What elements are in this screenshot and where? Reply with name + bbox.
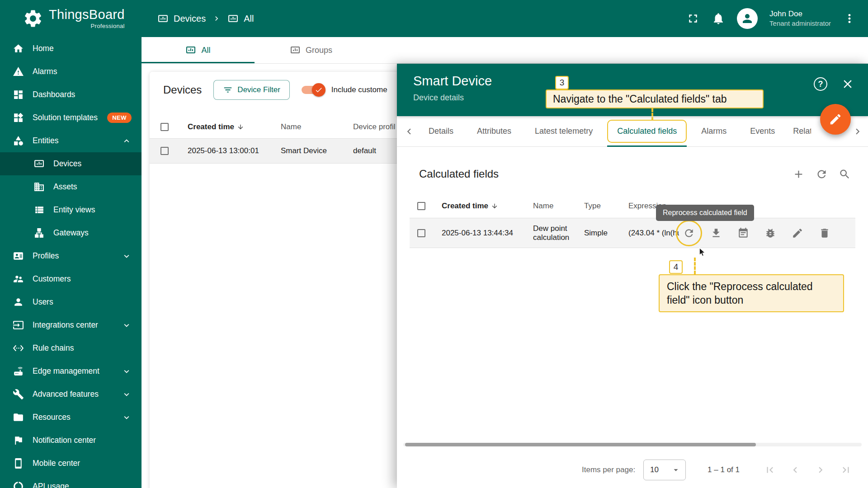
column-type[interactable]: Type xyxy=(584,202,628,211)
tab-label: Groups xyxy=(306,46,332,55)
sidebar-item-customers[interactable]: Customers xyxy=(0,267,142,291)
debug-events-button[interactable] xyxy=(733,223,753,243)
help-button[interactable]: ? xyxy=(814,77,827,91)
tutorial-step-3-connector xyxy=(651,108,653,121)
tab-relations[interactable]: Relations xyxy=(787,116,811,147)
add-calculated-field-button[interactable] xyxy=(793,168,805,180)
column-name[interactable]: Name xyxy=(281,122,353,131)
scrollbar-thumb[interactable] xyxy=(405,443,756,446)
kebab-icon xyxy=(843,12,856,25)
column-created-time[interactable]: Created time xyxy=(442,202,533,211)
tab-events[interactable]: Events xyxy=(738,116,787,147)
delete-icon xyxy=(819,227,830,239)
header-menu-button[interactable] xyxy=(843,12,856,25)
tab-details[interactable]: Details xyxy=(417,116,465,147)
sort-desc-icon xyxy=(237,123,244,131)
row-checkbox[interactable] xyxy=(160,147,169,155)
device-filter-button[interactable]: Device Filter xyxy=(213,80,289,100)
last-page-button[interactable] xyxy=(835,460,856,480)
edit-icon xyxy=(829,113,842,126)
tabs-scroll-right-button[interactable] xyxy=(850,124,865,139)
sidebar-item-home[interactable]: Home xyxy=(0,37,142,60)
search-button[interactable] xyxy=(839,168,851,180)
refresh-button[interactable] xyxy=(816,168,828,180)
tab-groups[interactable]: Groups xyxy=(255,37,368,63)
tab-alarms[interactable]: Alarms xyxy=(689,116,738,147)
sidebar-item-entities[interactable]: Entities xyxy=(0,129,142,152)
sidebar-item-profiles[interactable]: Profiles xyxy=(0,244,142,267)
tab-calculated-fields[interactable]: Calculated fields xyxy=(604,116,689,147)
sidebar-item-dashboards[interactable]: Dashboards xyxy=(0,83,142,106)
previous-page-button[interactable] xyxy=(785,460,806,480)
reprocess-icon xyxy=(683,227,695,239)
device-filter-label: Device Filter xyxy=(237,85,280,94)
sidebar-item-devices[interactable]: Devices xyxy=(0,152,142,175)
api-usage-icon xyxy=(13,481,24,488)
thingsboard-gear-icon xyxy=(23,8,43,29)
help-icon: ? xyxy=(818,80,823,89)
edit-calculated-field-button[interactable] xyxy=(788,223,807,243)
select-all-checkbox[interactable] xyxy=(160,123,169,131)
chevron-right-icon xyxy=(852,126,863,137)
row-checkbox[interactable] xyxy=(417,229,425,237)
next-page-button[interactable] xyxy=(810,460,831,480)
breadcrumb-all[interactable]: All xyxy=(227,13,254,24)
sidebar-item-rule-chains[interactable]: Rule chains xyxy=(0,337,142,360)
page-range-label: 1 – 1 of 1 xyxy=(708,465,740,474)
tab-latest-telemetry[interactable]: Latest telemetry xyxy=(523,116,604,147)
customers-icon xyxy=(13,273,24,285)
calculated-field-row[interactable]: 2025-06-13 13:44:34 Dew point calculatio… xyxy=(410,218,855,248)
reprocess-calculated-field-button[interactable] xyxy=(679,223,699,243)
sidebar-item-resources[interactable]: Resources xyxy=(0,406,142,429)
sidebar-item-label: Rule chains xyxy=(33,343,74,353)
column-name[interactable]: Name xyxy=(533,202,584,211)
calculated-fields-table-header: Created time Name Type Expression xyxy=(410,194,855,218)
sidebar-item-edge-management[interactable]: Edge management xyxy=(0,360,142,383)
sidebar-item-notification-center[interactable]: Notification center xyxy=(0,429,142,452)
column-created-time[interactable]: Created time xyxy=(188,122,281,131)
sidebar-item-label: Solution templates xyxy=(33,113,98,122)
sidebar-item-alarms[interactable]: Alarms xyxy=(0,60,142,83)
rule-chains-icon xyxy=(13,343,24,354)
select-all-checkbox[interactable] xyxy=(417,202,425,210)
notifications-button[interactable] xyxy=(712,12,725,25)
cell-type: Simple xyxy=(584,229,628,238)
tab-attributes[interactable]: Attributes xyxy=(465,116,523,147)
sidebar-item-solution-templates[interactable]: Solution templatesNEW xyxy=(0,106,142,129)
export-calculated-field-button[interactable] xyxy=(706,223,726,243)
sidebar-item-integrations-center[interactable]: Integrations center xyxy=(0,314,142,337)
debug-mode-button[interactable] xyxy=(760,223,780,243)
sidebar-item-api-usage[interactable]: API usage xyxy=(0,475,142,488)
first-page-button[interactable] xyxy=(760,460,780,480)
export-icon xyxy=(710,227,722,239)
items-per-page-select[interactable]: 10 xyxy=(643,460,686,480)
sidebar-item-mobile-center[interactable]: Mobile center xyxy=(0,452,142,475)
user-role: Tenant administrator xyxy=(769,19,831,28)
items-per-page-value: 10 xyxy=(650,465,659,474)
tabs-scroll-left-button[interactable] xyxy=(401,124,417,139)
column-label: Created time xyxy=(442,202,488,211)
filter-icon xyxy=(223,85,233,95)
breadcrumb-devices[interactable]: Devices xyxy=(157,13,206,24)
sidebar-item-entity-views[interactable]: Entity views xyxy=(0,198,142,221)
sidebar-item-label: Devices xyxy=(53,159,81,169)
fullscreen-button[interactable] xyxy=(686,12,700,25)
chevron-left-icon xyxy=(403,126,415,137)
app-logo[interactable]: ThingsBoard Professional xyxy=(0,8,136,29)
close-drawer-button[interactable] xyxy=(841,77,854,91)
toggle-knob xyxy=(312,83,326,97)
sidebar-item-users[interactable]: Users xyxy=(0,291,142,314)
entities-icon xyxy=(13,135,24,146)
edit-device-fab[interactable] xyxy=(820,104,851,135)
sidebar-item-advanced-features[interactable]: Advanced features xyxy=(0,383,142,406)
include-customers-toggle[interactable] xyxy=(302,86,324,94)
refresh-icon xyxy=(816,168,828,180)
tab-all[interactable]: All xyxy=(142,37,255,63)
sidebar-item-gateways[interactable]: Gateways xyxy=(0,221,142,244)
delete-calculated-field-button[interactable] xyxy=(815,223,835,243)
sidebar-item-assets[interactable]: Assets xyxy=(0,175,142,198)
items-per-page-label: Items per page: xyxy=(582,465,635,474)
row-actions xyxy=(679,223,855,243)
user-avatar[interactable] xyxy=(737,8,758,29)
chevron-down-icon xyxy=(122,320,132,330)
